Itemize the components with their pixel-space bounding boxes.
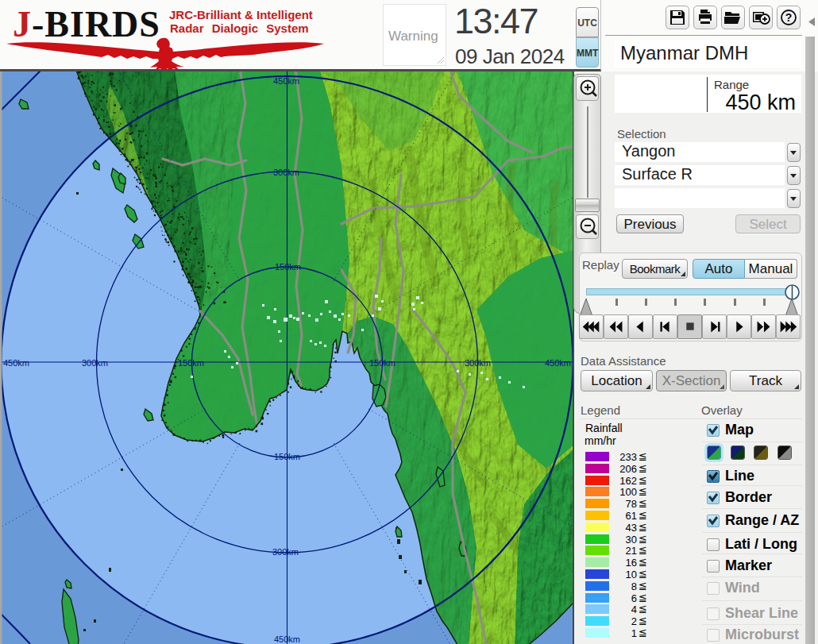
svg-text:300km: 300km [273, 168, 299, 177]
svg-text:450km: 450km [273, 76, 299, 86]
svg-text:300km: 300km [272, 547, 299, 557]
svg-text:300km: 300km [82, 358, 108, 368]
svg-text:150km: 150km [274, 452, 300, 461]
svg-text:450km: 450km [274, 634, 300, 644]
svg-text:150km: 150km [275, 262, 301, 272]
svg-text:450km: 450km [545, 358, 571, 368]
svg-text:150km: 150km [178, 358, 204, 368]
svg-text:450km: 450km [3, 358, 29, 368]
svg-text:?: ? [785, 11, 793, 24]
svg-text:300km: 300km [465, 358, 491, 368]
svg-text:150km: 150km [369, 358, 395, 368]
